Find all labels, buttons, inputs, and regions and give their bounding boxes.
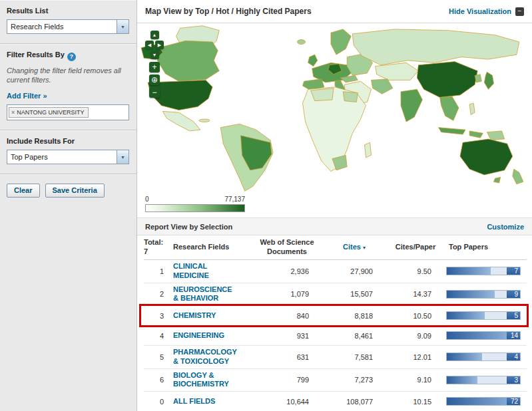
table-header-row: Total: 7 Research Fields Web of Science … [144,235,527,260]
cites-per-paper-value: 10.50 [386,312,445,320]
results-list-section: Results List Research Fields ▼ [0,0,136,44]
top-papers-bar: 72 [446,397,521,406]
add-filter-link[interactable]: Add Filter » [7,92,47,100]
chevron-down-icon: ▼ [117,150,129,164]
pan-right-button[interactable]: ▶ [155,41,164,49]
country-australia[interactable] [460,139,513,175]
globe-icon[interactable]: ⊕ [149,74,160,85]
row-rank: 4 [144,332,173,340]
region-north-africa[interactable] [311,88,334,101]
top-papers-bar: 3 [446,376,521,384]
table-row: 6 BIOLOGY & BIOCHEMISTRY 799 7,273 9.10 … [144,369,527,392]
country-mexico[interactable] [162,111,200,131]
country-india[interactable] [401,89,422,122]
top-papers-bar: 5 [446,311,521,320]
research-field-link[interactable]: PHARMACOLOGY & TOXICOLOGY [173,348,236,366]
research-field-link[interactable]: CHEMISTRY [173,311,216,321]
clear-button[interactable]: Clear [7,184,40,198]
remove-filter-icon[interactable]: × [11,109,15,116]
cites-value: 7,273 [322,376,386,384]
filter-note: Changing the filter field removes all cu… [7,66,130,86]
row-rank: 0 [144,398,173,406]
country-iran[interactable] [372,79,393,94]
country-uk[interactable] [308,55,318,66]
zoom-in-button[interactable]: + [149,62,160,72]
row-rank: 6 [144,376,173,384]
region-scandinavia[interactable] [331,29,351,55]
customize-link[interactable]: Customize [487,223,524,231]
include-results-select[interactable]: Top Papers ▼ [7,150,129,164]
cites-sort-link[interactable]: Cites [343,243,361,251]
top-papers-value: 4 [507,353,520,360]
table-row: 4 ENGINEERING 931 8,461 9.09 14 [144,326,527,346]
include-results-value: Top Papers [7,153,48,161]
country-korea[interactable] [475,74,481,82]
top-papers-bar: 9 [446,290,521,299]
save-criteria-button[interactable]: Save Criteria [45,184,105,198]
column-header-wos-documents[interactable]: Web of Science Documents [252,238,322,257]
map-legend: 0 77,137 [145,196,245,212]
column-header-cites-per-paper[interactable]: Cites/Paper [386,243,445,252]
state-tasmania[interactable] [493,177,500,183]
hide-visualization-link[interactable]: Hide Visualization [449,7,511,15]
country-russia[interactable] [352,29,519,65]
sidebar: Results List Research Fields ▼ Filter Re… [0,0,137,411]
research-field-link[interactable]: NEUROSCIENCE & BEHAVIOR [173,285,236,304]
total-label: Total: [144,238,173,247]
legend-gradient-bar [145,204,245,212]
filter-input[interactable]: × NANTONG UNIVERSITY [7,104,129,120]
research-field-link[interactable]: ENGINEERING [173,331,224,341]
report-view-header: Report View by Selection Customize [137,217,532,235]
column-header-research-fields: Research Fields [173,243,252,252]
country-egypt[interactable] [343,92,358,102]
country-philippines[interactable] [469,103,475,114]
country-japan[interactable] [484,72,493,89]
region-central-asia[interactable] [376,63,419,80]
cites-value: 108,077 [322,398,386,406]
zoom-out-button[interactable]: − [149,87,160,98]
map-view-title: Map View by Top / Hot / Highly Cited Pap… [145,7,312,16]
country-iceland[interactable] [297,40,305,45]
docs-value: 931 [252,332,322,340]
table-row: 5 PHARMACOLOGY & TOXICOLOGY 631 7,581 12… [144,346,527,369]
docs-value: 799 [252,376,322,384]
country-madagascar[interactable] [364,142,371,158]
legend-max-label: 77,137 [224,196,245,203]
column-header-top-papers[interactable]: Top Papers [445,243,523,252]
include-results-label: Include Results For [7,137,130,145]
research-field-link[interactable]: ALL FIELDS [173,397,215,406]
research-field-link[interactable]: CLINICAL MEDICINE [173,262,236,281]
top-papers-bar: 4 [446,352,521,361]
table-row: 1 CLINICAL MEDICINE 2,936 27,900 9.50 7 [144,260,527,283]
minimize-icon[interactable]: − [515,7,524,16]
country-indonesia-east[interactable] [469,131,483,138]
country-cuba[interactable] [199,119,210,122]
top-papers-value: 7 [507,267,520,275]
region-southeast-asia[interactable] [440,96,459,120]
country-china[interactable] [417,62,477,98]
actions-section: Clear Save Criteria [0,174,136,207]
pan-up-button[interactable]: ▲ [150,31,159,39]
country-indonesia-west[interactable] [439,128,465,134]
country-new-guinea[interactable] [487,131,504,140]
docs-value: 840 [252,312,322,320]
cites-per-paper-value: 9.50 [386,267,445,275]
table-row: 2 NEUROSCIENCE & BEHAVIOR 1,079 15,507 1… [144,283,527,307]
country-new-zealand[interactable] [513,169,523,184]
table-row: 0 ALL FIELDS 10,644 108,077 10.15 72 [144,392,527,411]
cites-per-paper-value: 10.15 [386,398,445,406]
results-list-select[interactable]: Research Fields ▼ [7,19,129,34]
results-list-value: Research Fields [7,23,63,31]
table-row-highlighted: 3 CHEMISTRY 840 8,818 10.50 5 [144,306,527,326]
research-field-link[interactable]: BIOLOGY & BIOCHEMISTRY [173,371,236,390]
column-header-cites[interactable]: Cites ▾ [322,243,386,252]
pan-left-button[interactable]: ◀ [145,41,154,49]
total-value: 7 [144,247,173,257]
top-papers-value: 3 [507,376,520,384]
country-canada[interactable] [157,41,219,81]
docs-value: 631 [252,353,322,361]
help-icon[interactable]: ? [67,53,76,61]
pan-down-button[interactable]: ▼ [150,51,159,59]
world-map[interactable] [138,25,527,192]
cites-value: 15,507 [322,290,386,298]
